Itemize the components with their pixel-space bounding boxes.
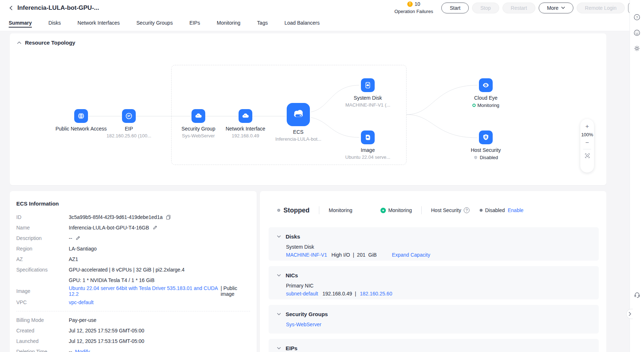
svg-text:?: ? [636,15,638,19]
created-value: Jul 12, 2025 17:52:59 GMT-05:00 [69,328,144,334]
host-security-label: Host Security [431,207,461,213]
row-image: Image Ubuntu 22.04 server 64bit with Tes… [16,285,250,297]
node-sublabel: MACHINE-INF-V1 (... [335,102,400,108]
topology-node-image[interactable]: Image Ubuntu 22.04 serve... [335,131,400,160]
disk-name-link[interactable]: MACHINE-INF-V1 [286,252,327,258]
zoom-in-button[interactable]: + [583,123,592,131]
back-button[interactable] [7,3,16,13]
chevron-down-icon [277,313,281,315]
topology-node-system-disk[interactable]: System Disk MACHINE-INF-V1 (... [335,78,400,108]
settings-button[interactable] [633,44,641,52]
help-button[interactable]: ? [633,13,641,21]
fit-view-icon [585,153,590,158]
eip-icon: IP [125,112,133,120]
operation-failures-badge[interactable]: ! 10 Operation Failures [394,1,433,15]
tab-tags[interactable]: Tags [257,16,268,29]
security-groups-section-header[interactable]: Security Groups [277,311,599,317]
edit-name-icon[interactable] [152,225,158,231]
image-label: Image [16,288,69,294]
page-header: Inferencia-LULA-bot-GPU-... ! 10 Operati… [0,0,644,16]
zoom-out-button[interactable]: − [583,139,592,147]
description-value: -- [69,235,72,241]
expand-capacity-link[interactable]: Expand Capacity [392,252,430,258]
nics-section-header[interactable]: NICs [277,272,599,278]
more-button[interactable]: More [539,3,573,13]
network-interface-icon [241,112,249,120]
monitoring-status-icon [472,104,476,107]
description-label: Description [16,235,69,241]
tab-bar: Summary Disks Network Interfaces Securit… [0,16,644,31]
node-label: System Disk [335,95,400,101]
row-billing-mode: Billing Mode Pay-per-use [16,315,250,325]
failures-count: 10 [414,1,420,7]
image-icon [364,133,372,141]
row-created: Created Jul 12, 2025 17:52:59 GMT-05:00 [16,325,250,336]
eips-title: EIPs [286,345,298,351]
row-id: ID 3c5a99b5-85f4-42f3-9d61-419debe1ed1a [16,212,250,222]
stopped-status-icon [277,209,280,212]
nic-eip-link[interactable]: 182.160.25.60 [360,291,392,297]
start-button[interactable]: Start [441,3,469,13]
subnet-link[interactable]: subnet-default [286,291,318,297]
tab-eips[interactable]: EIPs [189,16,200,29]
image-link[interactable]: Ubuntu 22.04 server 64bit with Tesla Dri… [69,285,218,297]
fit-view-button[interactable] [583,152,592,160]
edit-description-icon[interactable] [75,235,81,241]
specifications-gpu-value: GPU: 1 * NVIDIA Tesla T4 / 1 * 16 GiB [69,277,155,283]
node-sublabel: 182.160.25.60 (100... [96,133,161,138]
question-icon: ? [634,14,640,21]
deletion-time-label: Deletion Time [16,349,69,352]
az-label: AZ [16,256,69,262]
topology-node-cloud-eye[interactable]: Cloud Eye Monitoring [453,78,518,108]
topology-node-eip[interactable]: IP EIP 182.160.25.60 (100... [96,109,161,138]
name-label: Name [16,225,69,231]
resource-topology-card: Resource Topology [10,33,606,185]
id-value: 3c5a99b5-85f4-42f3-9d61-419debe1ed1a [69,214,163,220]
specifications-value: GPU-accelerated | 8 vCPUs | 32 GiB | pi2… [69,267,185,273]
security-group-link[interactable]: Sys-WebServer [286,322,321,327]
created-label: Created [16,328,69,334]
copy-icon[interactable] [165,214,171,220]
tab-summary[interactable]: Summary [9,16,32,29]
chevron-down-icon [277,235,281,238]
feedback-button[interactable] [633,29,641,37]
billing-mode-value: Pay-per-use [69,317,96,323]
tab-network-interfaces[interactable]: Network Interfaces [77,16,120,29]
deletion-time-value: -- [69,349,72,352]
page-title: Inferencia-LULA-bot-GPU-... [17,4,99,12]
stop-button[interactable]: Stop [472,3,499,13]
disks-section-header[interactable]: Disks [277,233,599,240]
tab-security-groups[interactable]: Security Groups [136,16,173,29]
more-label: More [547,5,559,11]
tab-disks[interactable]: Disks [49,16,61,29]
row-specifications-gpu: GPU: 1 * NVIDIA Tesla T4 / 1 * 16 GiB [16,275,250,285]
node-sublabel: Inferencia-LULA-bot... [266,136,331,142]
launched-value: Jul 12, 2025 17:53:15 GMT-05:00 [69,338,144,344]
status-row: Stopped Monitoring Monitoring Host Secur… [269,206,599,214]
security-groups-title: Security Groups [286,311,328,317]
specifications-label: Specifications [16,267,69,273]
help-icon[interactable]: ? [464,207,470,213]
name-value: Inferencia-LULA-bot-GPU-T4-16GB [69,225,149,231]
row-name: Name Inferencia-LULA-bot-GPU-T4-16GB [16,222,250,233]
restart-button[interactable]: Restart [502,3,535,13]
tab-load-balancers[interactable]: Load Balancers [285,16,320,29]
row-region: Region LA-Santiago [16,243,250,254]
chevron-right-icon [628,312,631,316]
collapse-chevron-icon[interactable] [17,41,21,44]
modify-deletion-time-link[interactable]: Modify [75,349,90,352]
vpc-link[interactable]: vpc-default [69,299,93,305]
topology-node-ecs[interactable]: ECS Inferencia-LULA-bot... [266,103,331,142]
row-description: Description -- [16,233,250,243]
tab-monitoring[interactable]: Monitoring [217,16,240,29]
eips-section-header[interactable]: EIPs [277,345,599,351]
support-button[interactable] [633,291,641,299]
topology-node-host-security[interactable]: Host Security Disabled [453,131,518,160]
ecs-information-title: ECS Information [16,200,250,207]
enable-host-security-link[interactable]: Enable [508,207,523,213]
monitoring-active-icon [380,208,386,213]
billing-mode-label: Billing Mode [16,317,69,323]
remote-login-button[interactable]: Remote Login [577,3,625,13]
monitoring-value[interactable]: Monitoring [388,207,412,213]
topology-zoom-panel: + 100% − [580,119,594,173]
